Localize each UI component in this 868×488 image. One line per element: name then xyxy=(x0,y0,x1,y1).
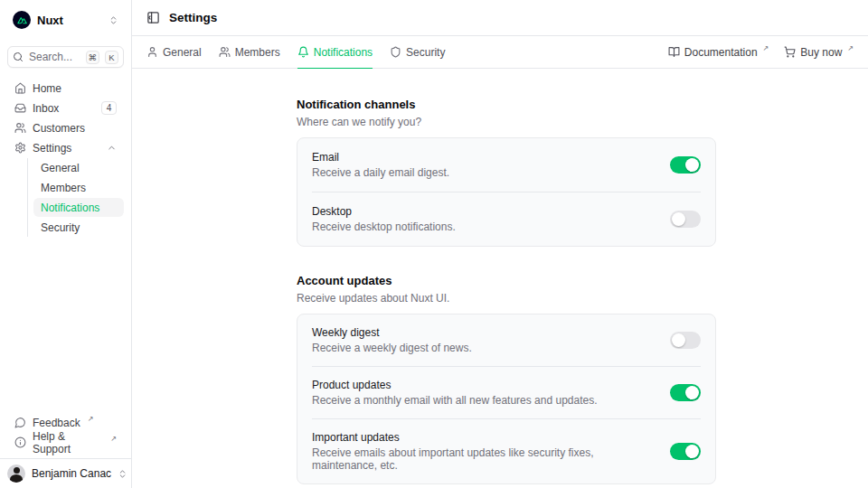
bell-icon xyxy=(297,46,309,58)
users-icon xyxy=(14,122,26,134)
user-menu[interactable]: Benjamin Canac xyxy=(0,458,131,488)
info-circle-icon xyxy=(14,436,26,448)
chevron-up-icon xyxy=(107,143,117,153)
setting-description: Receive emails about important updates l… xyxy=(312,446,652,472)
sidebar-item-general[interactable]: General xyxy=(33,158,124,177)
workspace-name: Nuxt xyxy=(37,14,102,27)
tab-general[interactable]: General xyxy=(146,36,202,68)
book-icon xyxy=(668,46,680,58)
sidebar: Nuxt Search... ⌘ K Home xyxy=(0,0,132,488)
gear-icon xyxy=(14,142,26,154)
tab-members[interactable]: Members xyxy=(219,36,280,68)
setting-row-product-updates: Product updates Receive a monthly email … xyxy=(312,366,701,418)
notification-channels-card: Email Receive a daily email digest. Desk… xyxy=(297,137,716,247)
setting-description: Receive desktop notifications. xyxy=(312,221,652,233)
toggle-weekly-digest[interactable] xyxy=(670,332,701,349)
tab-security[interactable]: Security xyxy=(390,36,445,68)
setting-title: Product updates xyxy=(312,379,652,391)
setting-title: Desktop xyxy=(312,205,652,218)
page-header: Settings xyxy=(132,0,868,36)
inbox-count-badge: 4 xyxy=(101,101,117,115)
search-icon xyxy=(13,52,24,62)
external-link-icon: ↗ xyxy=(847,44,854,52)
sidebar-footer-nav: Feedback ↗ Help & Support ↗ xyxy=(7,413,124,453)
section-subtitle: Receive updates about Nuxt UI. xyxy=(297,292,716,305)
section-notification-channels: Notification channels Where can we notif… xyxy=(297,98,716,247)
buy-now-link[interactable]: Buy now ↗ xyxy=(784,46,854,59)
settings-subnav: General Members Notifications Security xyxy=(27,158,124,237)
search-input[interactable]: Search... ⌘ K xyxy=(7,46,124,68)
toggle-knob xyxy=(685,158,699,172)
setting-description: Receive a monthly email with all new fea… xyxy=(312,394,652,407)
sidebar-item-customers[interactable]: Customers xyxy=(7,118,124,137)
sidebar-item-notifications[interactable]: Notifications xyxy=(33,198,124,217)
avatar xyxy=(7,465,25,483)
sidebar-item-home[interactable]: Home xyxy=(7,79,124,98)
kbd-k: K xyxy=(105,51,118,64)
sidebar-item-settings[interactable]: Settings xyxy=(7,138,124,157)
sidebar-item-help-support[interactable]: Help & Support ↗ xyxy=(7,433,124,452)
search-placeholder: Search... xyxy=(29,51,80,63)
tab-notifications[interactable]: Notifications xyxy=(297,36,373,68)
external-link-icon: ↗ xyxy=(88,415,94,423)
toggle-email[interactable] xyxy=(670,156,701,174)
shield-icon xyxy=(390,46,401,58)
toggle-knob xyxy=(672,212,685,226)
sidebar-item-security[interactable]: Security xyxy=(33,218,124,237)
external-link-icon: ↗ xyxy=(763,44,769,52)
setting-title: Email xyxy=(312,151,652,164)
section-heading: Notification channels xyxy=(297,98,716,111)
chevrons-up-down-icon xyxy=(108,15,118,25)
setting-row-email: Email Receive a daily email digest. xyxy=(312,138,701,192)
setting-description: Receive a daily email digest. xyxy=(312,166,652,179)
setting-title: Weekly digest xyxy=(312,326,652,339)
toggle-knob xyxy=(685,386,699,399)
tab-bar: General Members Notifications Security xyxy=(132,36,868,69)
toggle-important-updates[interactable] xyxy=(670,443,701,460)
setting-row-desktop: Desktop Receive desktop notifications. xyxy=(312,192,701,246)
chevrons-up-down-icon xyxy=(118,469,127,479)
sidebar-item-members[interactable]: Members xyxy=(33,178,124,197)
toggle-desktop[interactable] xyxy=(670,211,701,228)
documentation-link[interactable]: Documentation ↗ xyxy=(668,46,769,59)
page-title: Settings xyxy=(169,11,217,24)
cart-icon xyxy=(784,46,796,58)
sidebar-collapse-icon[interactable] xyxy=(146,11,160,24)
user-icon xyxy=(146,46,158,58)
toggle-product-updates[interactable] xyxy=(670,384,701,401)
users-icon xyxy=(219,46,231,58)
section-account-updates: Account updates Receive updates about Nu… xyxy=(297,274,716,484)
external-link-icon: ↗ xyxy=(110,435,117,443)
home-icon xyxy=(14,82,26,94)
section-heading: Account updates xyxy=(297,274,716,287)
setting-row-weekly-digest: Weekly digest Receive a weekly digest of… xyxy=(312,314,701,366)
user-name: Benjamin Canac xyxy=(32,467,111,480)
setting-row-important-updates: Important updates Receive emails about i… xyxy=(312,418,701,483)
setting-description: Receive a weekly digest of news. xyxy=(312,342,652,354)
chat-bubble-icon xyxy=(14,417,26,428)
toggle-knob xyxy=(685,445,699,458)
account-updates-card: Weekly digest Receive a weekly digest of… xyxy=(297,314,716,484)
kbd-meta: ⌘ xyxy=(86,51,100,64)
workspace-switcher[interactable]: Nuxt xyxy=(7,7,124,33)
inbox-icon xyxy=(14,102,26,114)
toggle-knob xyxy=(672,333,685,347)
sidebar-item-inbox[interactable]: Inbox 4 xyxy=(7,99,124,117)
nuxt-logo-icon xyxy=(13,11,31,29)
section-subtitle: Where can we notify you? xyxy=(297,116,716,128)
app-window: Nuxt Search... ⌘ K Home xyxy=(0,0,868,488)
setting-title: Important updates xyxy=(312,431,652,444)
sidebar-nav: Home Inbox 4 Customers Settings xyxy=(7,79,124,238)
settings-content: Notification channels Where can we notif… xyxy=(132,69,868,488)
main-panel: Settings General Members Notifications xyxy=(132,0,868,488)
